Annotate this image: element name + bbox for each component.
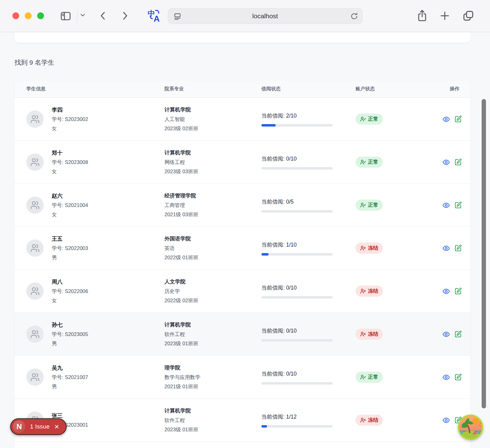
status-badge: 正常: [356, 114, 383, 125]
forward-icon[interactable]: [120, 10, 129, 21]
class-name: 2023级 01班班: [164, 339, 261, 348]
borrow-label: 当前借阅: 0/5: [261, 198, 356, 205]
college: 计算机学院: [164, 105, 261, 114]
student-info-cell: 孙七 学号: S2023005 男: [26, 320, 164, 348]
status-badge: 冻结: [356, 329, 383, 340]
close-icon[interactable]: ✕: [54, 424, 59, 430]
department-cell: 计算机学院 人工智能 2023级 02班班: [164, 105, 261, 133]
share-icon[interactable]: [416, 9, 428, 23]
view-button[interactable]: [442, 244, 450, 252]
sidebar-icon[interactable]: [59, 10, 72, 22]
view-button[interactable]: [442, 201, 450, 209]
college: 计算机学院: [164, 148, 261, 157]
table-row: 孙七 学号: S2023005 男 计算机学院 软件工程 2023级 01班班 …: [15, 313, 470, 356]
col-student-info: 学生信息: [26, 86, 164, 92]
view-button[interactable]: [442, 115, 450, 123]
table-row: 王五 学号: S2022003 男 外国语学院 英语 2022级 01班班 当前…: [15, 227, 470, 270]
edit-button[interactable]: [454, 373, 462, 381]
translate-icon[interactable]: 中 A: [147, 8, 162, 24]
progress-fill: [261, 425, 267, 428]
progress-fill: [261, 124, 276, 127]
avatar: [26, 196, 44, 214]
department-cell: 经济管理学院 工商管理 2021级 03班班: [164, 191, 261, 219]
student-info-cell: 李四 学号: S2023002 女: [26, 105, 164, 133]
view-button[interactable]: [442, 287, 450, 295]
borrow-cell: 当前借阅: 2/10: [261, 112, 356, 127]
tab-overview-icon[interactable]: [462, 9, 475, 22]
toolbar-divider: [77, 9, 77, 23]
view-button[interactable]: [442, 158, 450, 166]
nextjs-logo-icon: N: [13, 420, 25, 433]
col-borrow-status: 借阅状态: [261, 86, 356, 92]
borrow-progress: [261, 210, 333, 213]
college: 经济管理学院: [164, 191, 261, 200]
view-button[interactable]: [442, 373, 450, 381]
avatar: [26, 368, 44, 386]
edit-button[interactable]: [454, 330, 462, 338]
student-info-cell: 周八 学号: S2022006 女: [26, 277, 164, 305]
status-badge: 正常: [356, 372, 383, 383]
users-icon: [30, 286, 40, 296]
table-row: 李四 学号: S2023002 女 计算机学院 人工智能 2023级 02班班 …: [15, 98, 470, 141]
student-gender: 女: [52, 210, 88, 219]
status-label: 冻结: [368, 245, 378, 252]
edit-button[interactable]: [454, 158, 462, 166]
col-actions: 操作: [442, 86, 459, 92]
eye-icon: [442, 115, 450, 123]
edit-icon: [454, 115, 462, 123]
edit-button[interactable]: [454, 201, 462, 209]
user-x-icon: [360, 417, 366, 423]
class-name: 2021级 01班班: [164, 382, 261, 391]
major: 英语: [164, 243, 261, 253]
student-id: 学号: S2021004: [52, 200, 88, 210]
borrow-cell: 当前借阅: 0/10: [261, 284, 356, 299]
reload-icon[interactable]: [350, 12, 358, 22]
edit-icon: [454, 373, 462, 381]
view-button[interactable]: [442, 330, 450, 338]
borrow-cell: 当前借阅: 0/10: [261, 327, 356, 342]
student-gender: 男: [52, 339, 88, 348]
palm-island-widget[interactable]: [458, 415, 483, 440]
avatar: [26, 153, 44, 171]
student-gender: 女: [52, 124, 88, 133]
close-window-button[interactable]: [12, 12, 19, 19]
view-button[interactable]: [442, 416, 450, 424]
table-body: 李四 学号: S2023002 女 计算机学院 人工智能 2023级 02班班 …: [15, 98, 470, 442]
zoom-window-button[interactable]: [37, 12, 44, 19]
edit-button[interactable]: [454, 244, 462, 252]
edit-button[interactable]: [454, 287, 462, 295]
avatar: [26, 282, 44, 300]
new-tab-icon[interactable]: [439, 10, 451, 22]
back-icon[interactable]: [98, 10, 108, 21]
browser-window: 中 A localhost: [0, 0, 490, 448]
users-icon: [30, 157, 40, 167]
major: 软件工程: [164, 416, 261, 425]
college: 计算机学院: [164, 406, 261, 416]
borrow-progress: [261, 296, 333, 299]
student-gender: 男: [52, 382, 88, 391]
edit-button[interactable]: [454, 115, 462, 123]
students-table: 学生信息 院系专业 借阅状态 账户状态 操作 李四 学号: S2023002 女: [15, 80, 470, 448]
class-name: 2023级 01班班: [164, 425, 261, 434]
users-icon: [30, 373, 40, 382]
department-cell: 理学院 数学与应用数学 2021级 01班班: [164, 363, 261, 391]
address-bar[interactable]: localhost: [168, 8, 362, 24]
actions-cell: [442, 373, 462, 381]
status-cell: 正常: [356, 114, 442, 125]
issues-count-label: 1 Issue: [30, 423, 50, 430]
department-cell: 计算机学院 网络工程 2023级 03班班: [164, 148, 261, 176]
avatar: [26, 239, 44, 257]
student-name: 吴九: [52, 363, 88, 373]
dev-issues-badge[interactable]: N 1 Issue ✕: [10, 418, 67, 435]
borrow-cell: 当前借阅: 0/10: [261, 155, 356, 170]
status-badge: 正常: [356, 157, 383, 168]
major: 工商管理: [164, 200, 261, 210]
chevron-down-icon[interactable]: [79, 13, 86, 18]
status-badge: 正常: [356, 200, 383, 211]
url-text: localhost: [168, 9, 362, 24]
scrollbar-thumb[interactable]: [482, 99, 486, 408]
table-row: 郑十 学号: S2023008 女 计算机学院 网络工程 2023级 03班班 …: [15, 141, 470, 184]
department-cell: 人文学院 历史学 2022级 02班班: [164, 277, 261, 305]
minimize-window-button[interactable]: [25, 12, 32, 19]
student-info-cell: 赵六 学号: S2021004 女: [26, 191, 164, 219]
